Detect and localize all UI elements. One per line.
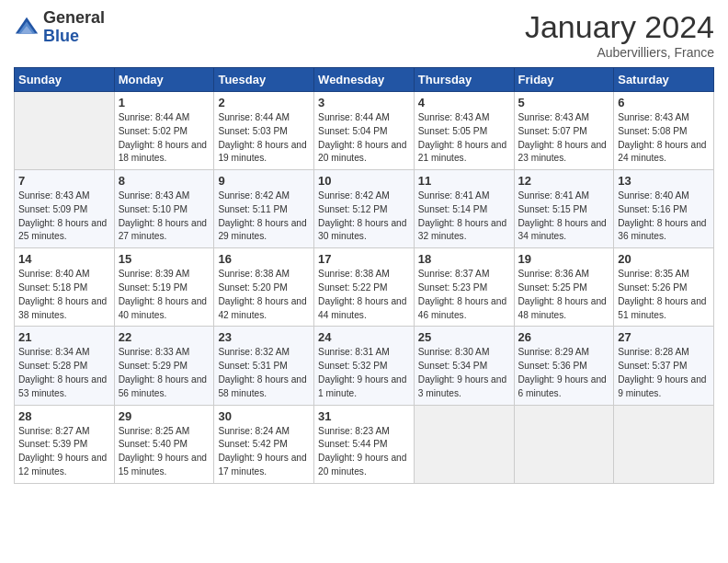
calendar-week-row: 21 Sunrise: 8:34 AMSunset: 5:28 PMDaylig… <box>15 327 714 405</box>
day-number: 10 <box>318 174 410 188</box>
calendar-cell: 31 Sunrise: 8:23 AMSunset: 5:44 PMDaylig… <box>314 405 415 483</box>
day-info: Sunrise: 8:44 AMSunset: 5:04 PMDaylight:… <box>318 111 410 166</box>
day-number: 8 <box>119 174 210 188</box>
day-info: Sunrise: 8:29 AMSunset: 5:36 PMDaylight:… <box>518 346 610 400</box>
day-number: 18 <box>418 252 510 266</box>
calendar-cell: 5 Sunrise: 8:43 AMSunset: 5:07 PMDayligh… <box>514 92 614 170</box>
calendar-cell: 18 Sunrise: 8:37 AMSunset: 5:23 PMDaylig… <box>414 248 514 327</box>
col-monday: Monday <box>114 68 214 92</box>
calendar-cell: 9 Sunrise: 8:42 AMSunset: 5:11 PMDayligh… <box>214 170 314 248</box>
col-saturday: Saturday <box>614 68 714 92</box>
day-info: Sunrise: 8:42 AMSunset: 5:11 PMDaylight:… <box>218 190 310 244</box>
day-number: 1 <box>119 96 210 109</box>
day-info: Sunrise: 8:24 AMSunset: 5:42 PMDaylight:… <box>218 425 310 479</box>
header-row: Sunday Monday Tuesday Wednesday Thursday… <box>15 68 714 92</box>
day-info: Sunrise: 8:43 AMSunset: 5:10 PMDaylight:… <box>119 190 210 244</box>
day-number: 7 <box>18 174 110 188</box>
day-number: 31 <box>318 409 410 423</box>
calendar-cell: 25 Sunrise: 8:30 AMSunset: 5:34 PMDaylig… <box>414 327 514 405</box>
location-subtitle: Aubervilliers, France <box>525 45 714 60</box>
logo-text: General Blue <box>43 9 105 46</box>
calendar-cell: 19 Sunrise: 8:36 AMSunset: 5:25 PMDaylig… <box>514 248 614 327</box>
calendar-cell: 17 Sunrise: 8:38 AMSunset: 5:22 PMDaylig… <box>314 248 415 327</box>
calendar-cell: 16 Sunrise: 8:38 AMSunset: 5:20 PMDaylig… <box>214 248 314 327</box>
day-number: 17 <box>318 252 410 266</box>
day-number: 21 <box>18 330 110 344</box>
day-info: Sunrise: 8:43 AMSunset: 5:07 PMDaylight:… <box>518 111 610 166</box>
day-number: 15 <box>119 252 210 266</box>
title-area: January 2024 Aubervilliers, France <box>525 9 714 60</box>
calendar-cell: 27 Sunrise: 8:28 AMSunset: 5:37 PMDaylig… <box>614 327 714 405</box>
day-number: 23 <box>218 330 310 344</box>
col-friday: Friday <box>514 68 614 92</box>
calendar-week-row: 7 Sunrise: 8:43 AMSunset: 5:09 PMDayligh… <box>15 170 714 248</box>
logo-general-text: General <box>43 9 105 28</box>
calendar-cell: 6 Sunrise: 8:43 AMSunset: 5:08 PMDayligh… <box>614 92 714 170</box>
calendar-cell: 3 Sunrise: 8:44 AMSunset: 5:04 PMDayligh… <box>314 92 415 170</box>
day-info: Sunrise: 8:39 AMSunset: 5:19 PMDaylight:… <box>119 268 210 322</box>
calendar-cell: 10 Sunrise: 8:42 AMSunset: 5:12 PMDaylig… <box>314 170 415 248</box>
day-info: Sunrise: 8:25 AMSunset: 5:40 PMDaylight:… <box>119 425 210 479</box>
day-info: Sunrise: 8:41 AMSunset: 5:15 PMDaylight:… <box>518 190 610 244</box>
calendar-week-row: 1 Sunrise: 8:44 AMSunset: 5:02 PMDayligh… <box>15 92 714 170</box>
day-info: Sunrise: 8:40 AMSunset: 5:18 PMDaylight:… <box>18 268 110 322</box>
day-number: 27 <box>618 330 710 344</box>
col-thursday: Thursday <box>414 68 514 92</box>
day-info: Sunrise: 8:42 AMSunset: 5:12 PMDaylight:… <box>318 190 410 244</box>
day-number: 14 <box>18 252 110 266</box>
day-info: Sunrise: 8:40 AMSunset: 5:16 PMDaylight:… <box>618 190 710 244</box>
header: General Blue January 2024 Aubervilliers,… <box>14 9 714 60</box>
col-tuesday: Tuesday <box>214 68 314 92</box>
calendar-cell <box>514 405 614 483</box>
day-info: Sunrise: 8:38 AMSunset: 5:22 PMDaylight:… <box>318 268 410 322</box>
day-info: Sunrise: 8:28 AMSunset: 5:37 PMDaylight:… <box>618 346 710 400</box>
calendar-cell: 14 Sunrise: 8:40 AMSunset: 5:18 PMDaylig… <box>15 248 115 327</box>
calendar-week-row: 14 Sunrise: 8:40 AMSunset: 5:18 PMDaylig… <box>15 248 714 327</box>
calendar-cell: 23 Sunrise: 8:32 AMSunset: 5:31 PMDaylig… <box>214 327 314 405</box>
calendar-cell: 30 Sunrise: 8:24 AMSunset: 5:42 PMDaylig… <box>214 405 314 483</box>
day-number: 26 <box>518 330 610 344</box>
col-wednesday: Wednesday <box>314 68 415 92</box>
calendar-cell: 13 Sunrise: 8:40 AMSunset: 5:16 PMDaylig… <box>614 170 714 248</box>
day-number: 20 <box>618 252 710 266</box>
day-info: Sunrise: 8:23 AMSunset: 5:44 PMDaylight:… <box>318 425 410 479</box>
day-number: 11 <box>418 174 510 188</box>
day-info: Sunrise: 8:37 AMSunset: 5:23 PMDaylight:… <box>418 268 510 322</box>
day-number: 24 <box>318 330 410 344</box>
col-sunday: Sunday <box>15 68 115 92</box>
day-info: Sunrise: 8:36 AMSunset: 5:25 PMDaylight:… <box>518 268 610 322</box>
day-info: Sunrise: 8:43 AMSunset: 5:08 PMDaylight:… <box>618 111 710 166</box>
day-info: Sunrise: 8:44 AMSunset: 5:02 PMDaylight:… <box>119 111 210 166</box>
day-number: 5 <box>518 96 610 109</box>
calendar-cell <box>614 405 714 483</box>
calendar-cell: 2 Sunrise: 8:44 AMSunset: 5:03 PMDayligh… <box>214 92 314 170</box>
calendar-cell <box>414 405 514 483</box>
day-number: 3 <box>318 96 410 109</box>
calendar-cell: 28 Sunrise: 8:27 AMSunset: 5:39 PMDaylig… <box>15 405 115 483</box>
day-number: 28 <box>18 409 110 423</box>
calendar-table: Sunday Monday Tuesday Wednesday Thursday… <box>14 67 714 484</box>
calendar-cell: 20 Sunrise: 8:35 AMSunset: 5:26 PMDaylig… <box>614 248 714 327</box>
logo: General Blue <box>14 9 105 46</box>
day-info: Sunrise: 8:30 AMSunset: 5:34 PMDaylight:… <box>418 346 510 400</box>
calendar-cell: 1 Sunrise: 8:44 AMSunset: 5:02 PMDayligh… <box>114 92 214 170</box>
day-info: Sunrise: 8:43 AMSunset: 5:09 PMDaylight:… <box>18 190 110 244</box>
day-info: Sunrise: 8:33 AMSunset: 5:29 PMDaylight:… <box>119 346 210 400</box>
day-info: Sunrise: 8:31 AMSunset: 5:32 PMDaylight:… <box>318 346 410 400</box>
logo-icon <box>14 15 40 40</box>
day-number: 22 <box>119 330 210 344</box>
calendar-cell: 15 Sunrise: 8:39 AMSunset: 5:19 PMDaylig… <box>114 248 214 327</box>
day-number: 25 <box>418 330 510 344</box>
day-number: 12 <box>518 174 610 188</box>
calendar-cell: 4 Sunrise: 8:43 AMSunset: 5:05 PMDayligh… <box>414 92 514 170</box>
day-info: Sunrise: 8:35 AMSunset: 5:26 PMDaylight:… <box>618 268 710 322</box>
logo-blue-text: Blue <box>43 28 105 46</box>
calendar-cell: 24 Sunrise: 8:31 AMSunset: 5:32 PMDaylig… <box>314 327 415 405</box>
day-number: 6 <box>618 96 710 109</box>
day-number: 19 <box>518 252 610 266</box>
calendar-cell: 26 Sunrise: 8:29 AMSunset: 5:36 PMDaylig… <box>514 327 614 405</box>
day-info: Sunrise: 8:27 AMSunset: 5:39 PMDaylight:… <box>18 425 110 479</box>
day-number: 16 <box>218 252 310 266</box>
day-number: 2 <box>218 96 310 109</box>
calendar-week-row: 28 Sunrise: 8:27 AMSunset: 5:39 PMDaylig… <box>15 405 714 483</box>
